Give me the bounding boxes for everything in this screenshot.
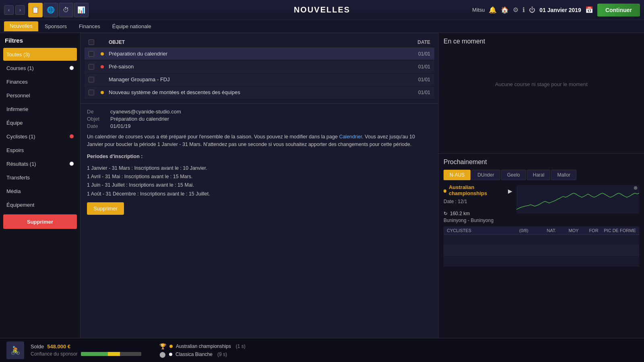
center-panel: OBJET DATE Préparation du calendrier 01/… <box>80 33 439 338</box>
col-for: FOR <box>584 228 604 233</box>
main-nav-icons: 📋 🌐 ⏱ 📊 <box>28 3 89 17</box>
solde-amount: 548.000 € <box>47 343 70 350</box>
bottom-race-row: ⬤ Classica Bianche (9 s) <box>159 351 638 358</box>
current-date: 01 Janvier 2019 <box>539 7 581 13</box>
continue-button[interactable]: Continuer <box>597 4 640 16</box>
sidebar-item-finances[interactable]: Finances <box>3 75 77 88</box>
period-line: 1 Avril - 31 Mai : Inscriptions avant le… <box>87 173 432 181</box>
sidebar-item-espoirs[interactable]: Espoirs <box>3 144 77 156</box>
sponsor-fill-yellow <box>108 352 120 356</box>
tab-nouvelles[interactable]: Nouvelles <box>4 21 38 31</box>
distance-icon: ↻ <box>444 211 448 216</box>
news-row[interactable]: Nouveau système de montées et descentes … <box>85 86 434 99</box>
period-line: 1 Juin - 31 Juillet : Inscriptions avant… <box>87 181 432 189</box>
sidebar-item-transferts[interactable]: Transferts <box>3 171 77 184</box>
sidebar-item-equipement[interactable]: Équipement <box>3 198 77 211</box>
col-header-date: DATE <box>398 39 430 45</box>
tab-sponsors[interactable]: Sponsors <box>39 22 72 31</box>
clock-icon[interactable]: ⏱ <box>59 3 73 17</box>
race-name: Australian championships <box>449 184 506 196</box>
top-right-area: Mitsu 🔔 🏠 ⚙ ℹ ⏻ 01 Janvier 2019 📅 Contin… <box>472 4 640 16</box>
no-race-text: Aucune course ni stage pour le moment <box>444 81 639 87</box>
back-button[interactable]: ‹ <box>4 5 14 15</box>
race-dot <box>444 189 446 193</box>
news-row[interactable]: Manager Groupama - FDJ 01/01 <box>85 74 434 86</box>
race-info: Australian championships ▶ Date : 12/1 ↻… <box>444 184 639 223</box>
sidebar-item-toutes[interactable]: Toutes (3) <box>3 48 77 61</box>
detail-date-value: 01/01/19 <box>110 123 131 129</box>
news-icon[interactable]: 📋 <box>28 3 43 17</box>
team-logo: 🚴 <box>6 341 24 359</box>
svg-rect-0 <box>516 185 639 214</box>
sidebar-item-equipe[interactable]: Équipe <box>3 116 77 129</box>
row-checkbox-1[interactable] <box>89 51 94 57</box>
nav-arrows: ‹ › <box>4 5 25 15</box>
news-table-container: OBJET DATE Préparation du calendrier 01/… <box>80 33 438 103</box>
race-play-button[interactable]: ▶ <box>508 188 512 194</box>
sidebar-item-resultats[interactable]: Résultats (1) <box>3 157 77 170</box>
period-line: 1 Août - 31 Décembre : Inscriptions avan… <box>87 190 432 198</box>
race-name-2: Classica Bianche <box>175 352 213 357</box>
chart-close-icon[interactable]: ⊗ <box>634 185 638 191</box>
sponsor-label: Confiance du sponsor <box>31 351 78 357</box>
delete-button-bottom[interactable]: Supprimer <box>87 202 124 215</box>
badge-cyclistes <box>70 134 74 138</box>
news-row[interactable]: Pré-saison 01/01 <box>85 61 434 73</box>
row-checkbox-2[interactable] <box>89 64 94 70</box>
en-ce-moment-section: En ce moment Aucune course ni stage pour… <box>439 33 644 154</box>
detail-de-label: De <box>87 109 107 115</box>
row-checkbox-3[interactable] <box>89 77 94 82</box>
race-date: Date : 12/1 <box>444 199 512 204</box>
race-tab-dunder[interactable]: DUnder <box>471 170 500 180</box>
cyc-row[interactable] <box>444 256 639 266</box>
row-checkbox-4[interactable] <box>89 90 94 95</box>
user-name: Mitsu <box>472 7 485 13</box>
col-pic: PIC DE FORME <box>604 228 636 233</box>
sidebar-title: Filtres <box>3 37 77 44</box>
news-row[interactable]: Préparation du calendrier 01/01 <box>85 48 434 60</box>
forward-button[interactable]: › <box>15 5 25 15</box>
page-title: NOUVELLES <box>294 5 350 14</box>
dot-icon <box>101 91 104 94</box>
race-elevation-chart: ⊗ <box>516 184 639 214</box>
en-ce-moment-title: En ce moment <box>444 38 639 45</box>
sidebar-delete-button[interactable]: Supprimer <box>3 214 77 229</box>
detail-periods-title: Periodes d'inscription : <box>87 152 432 161</box>
race-tab-n-aus[interactable]: N-AUS <box>444 170 471 180</box>
detail-meta: De cyanews@cyanide-studio.com Objet Prép… <box>87 109 432 129</box>
detail-de-value: cyanews@cyanide-studio.com <box>110 109 181 115</box>
cyc-row[interactable] <box>444 245 639 256</box>
circle-icon: ⬤ <box>159 351 166 358</box>
sidebar-item-media[interactable]: Média <box>3 185 77 197</box>
col-moy: MOY <box>564 228 584 233</box>
sidebar-item-personnel[interactable]: Personnel <box>3 89 77 102</box>
sidebar: Filtres Toutes (3) Courses (1) Finances … <box>0 33 80 338</box>
news-date: 01/01 <box>398 77 430 82</box>
news-subject: Pré-saison <box>109 64 398 70</box>
globe-icon[interactable]: 🌐 <box>43 3 58 17</box>
chart-icon[interactable]: 📊 <box>74 3 89 17</box>
calendrier-link[interactable]: Calendrier <box>339 134 362 140</box>
detail-date-label: Date <box>87 123 107 129</box>
tab-equipe-nationale[interactable]: Équipe nationale <box>107 22 157 31</box>
race-dot-orange <box>169 345 173 348</box>
bottom-left: 🚴 Solde 548.000 € Confiance du sponsor <box>6 341 151 359</box>
top-bar: ‹ › 📋 🌐 ⏱ 📊 NOUVELLES Mitsu 🔔 🏠 ⚙ ℹ ⏻ 01… <box>0 0 644 20</box>
race-dot-white <box>169 353 172 356</box>
tab-finances[interactable]: Finances <box>73 22 106 31</box>
solde-label: Solde <box>31 343 44 350</box>
race-tab-geelo[interactable]: Geelo <box>501 170 526 180</box>
calendar-icon[interactable]: 📅 <box>585 6 593 14</box>
sidebar-item-courses[interactable]: Courses (1) <box>3 62 77 74</box>
race-tab-haral[interactable]: Haral <box>527 170 551 180</box>
detail-objet-label: Objet <box>87 116 107 122</box>
sponsor-fill-green <box>81 352 108 356</box>
sidebar-item-infirmerie[interactable]: Infirmerie <box>3 103 77 115</box>
select-all-checkbox[interactable] <box>89 39 94 45</box>
col-nat: NAT. <box>539 228 564 233</box>
sidebar-item-cyclistes[interactable]: Cyclistes (1) <box>3 130 77 143</box>
cyc-row[interactable] <box>444 235 639 245</box>
bottom-race-row: 🏆 Australian championships (1 s) <box>159 343 638 350</box>
race-tab-mallor[interactable]: Mallor <box>551 170 576 180</box>
race-route: Buninyong - Buninyong <box>444 218 512 223</box>
